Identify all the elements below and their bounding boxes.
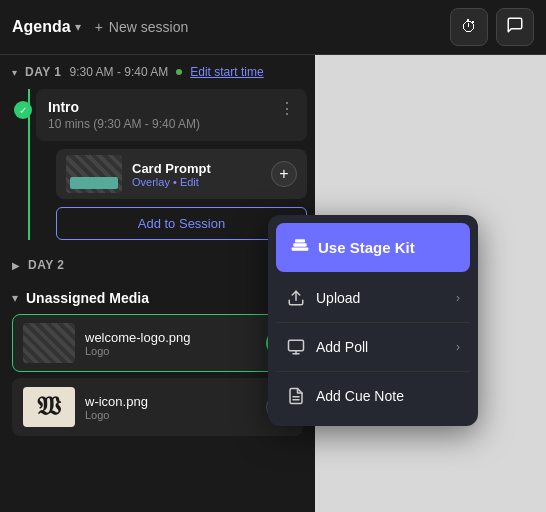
w-icon-info: w-icon.png Logo (85, 394, 256, 421)
session-container: ✓ Intro 10 mins (9:30 AM - 9:40 AM) ⋮ Ca… (0, 89, 315, 240)
stage-kit-icon (290, 235, 310, 260)
add-poll-label: Add Poll (316, 339, 368, 355)
add-cue-note-label: Add Cue Note (316, 388, 404, 404)
day2-chevron-icon: ▶ (12, 260, 20, 271)
menu-divider-1 (276, 322, 470, 323)
add-poll-icon (286, 337, 306, 357)
session-name-group: Intro 10 mins (9:30 AM - 9:40 AM) (48, 99, 200, 131)
upload-menu-item-left: Upload (286, 288, 360, 308)
day1-header[interactable]: ▾ DAY 1 9:30 AM - 9:40 AM Edit start tim… (0, 55, 315, 89)
welcome-logo-thumbnail (23, 323, 75, 363)
add-cue-note-icon (286, 386, 306, 406)
add-poll-menu-item[interactable]: Add Poll › (276, 325, 470, 369)
w-icon-thumbnail: 𝔚 (23, 387, 75, 427)
media-item-welcome-logo[interactable]: welcome-logo.png Logo − (12, 314, 303, 372)
add-poll-menu-item-left: Add Poll (286, 337, 368, 357)
session-duration: 10 mins (9:30 AM - 9:40 AM) (48, 117, 200, 131)
menu-divider-2 (276, 371, 470, 372)
svg-rect-2 (295, 239, 305, 242)
unassigned-chevron-icon: ▾ (12, 291, 18, 305)
session-name: Intro (48, 99, 200, 115)
card-prompt-sub: Overlay • Edit (132, 176, 261, 188)
day1-chevron-icon: ▾ (12, 67, 17, 78)
day2-label: DAY 2 (28, 258, 65, 272)
upload-label: Upload (316, 290, 360, 306)
session-check-icon: ✓ (14, 101, 32, 119)
card-prompt-type: Overlay (132, 176, 170, 188)
session-item-intro: ✓ Intro 10 mins (9:30 AM - 9:40 AM) ⋮ (36, 89, 307, 141)
w-icon-name: w-icon.png (85, 394, 256, 409)
day1-dot (176, 69, 182, 75)
add-cue-note-menu-item-left: Add Cue Note (286, 386, 404, 406)
chat-button[interactable] (496, 8, 534, 46)
welcome-logo-type: Logo (85, 345, 256, 357)
card-prompt-info: Card Prompt Overlay • Edit (132, 161, 261, 188)
timer-button[interactable]: ⏱ (450, 8, 488, 46)
session-more-button[interactable]: ⋮ (279, 99, 295, 118)
svg-rect-1 (293, 243, 306, 246)
card-prompt-name: Card Prompt (132, 161, 261, 176)
card-prompt-edit-link[interactable]: Edit (180, 176, 199, 188)
session-header-row: Intro 10 mins (9:30 AM - 9:40 AM) ⋮ (48, 99, 295, 131)
header-left: Agenda ▾ + New session (12, 13, 450, 41)
add-poll-chevron-icon: › (456, 340, 460, 354)
day1-label: DAY 1 (25, 65, 62, 79)
unassigned-title: Unassigned Media (26, 290, 149, 306)
day1-time: 9:30 AM - 9:40 AM (70, 65, 169, 79)
timer-icon: ⏱ (461, 18, 477, 36)
svg-rect-0 (292, 248, 309, 251)
app-header: Agenda ▾ + New session ⏱ (0, 0, 546, 55)
edit-start-time-link[interactable]: Edit start time (190, 65, 263, 79)
card-prompt-thumbnail (66, 155, 122, 193)
upload-icon (286, 288, 306, 308)
w-icon-type: Logo (85, 409, 256, 421)
dropdown-menu: Use Stage Kit Upload › (268, 215, 478, 426)
agenda-title: Agenda (12, 18, 71, 36)
welcome-logo-name: welcome-logo.png (85, 330, 256, 345)
chat-icon (506, 16, 524, 38)
add-cue-note-menu-item[interactable]: Add Cue Note (276, 374, 470, 418)
upload-chevron-icon: › (456, 291, 460, 305)
card-thumb-inner (70, 177, 118, 189)
new-session-plus-icon: + (95, 19, 103, 35)
use-stage-kit-button[interactable]: Use Stage Kit (276, 223, 470, 272)
media-item-w-icon[interactable]: 𝔚 w-icon.png Logo + (12, 378, 303, 436)
new-session-label: New session (109, 19, 188, 35)
agenda-chevron-icon: ▾ (75, 20, 81, 34)
unassigned-header[interactable]: ▾ Unassigned Media (12, 290, 303, 306)
svg-rect-4 (289, 340, 304, 351)
header-right: ⏱ (450, 8, 534, 46)
welcome-logo-info: welcome-logo.png Logo (85, 330, 256, 357)
new-session-button[interactable]: + New session (85, 13, 199, 41)
upload-menu-item[interactable]: Upload › (276, 276, 470, 320)
card-prompt-row: Card Prompt Overlay • Edit + (56, 149, 307, 199)
stage-kit-label: Use Stage Kit (318, 239, 415, 256)
card-prompt-add-button[interactable]: + (271, 161, 297, 187)
